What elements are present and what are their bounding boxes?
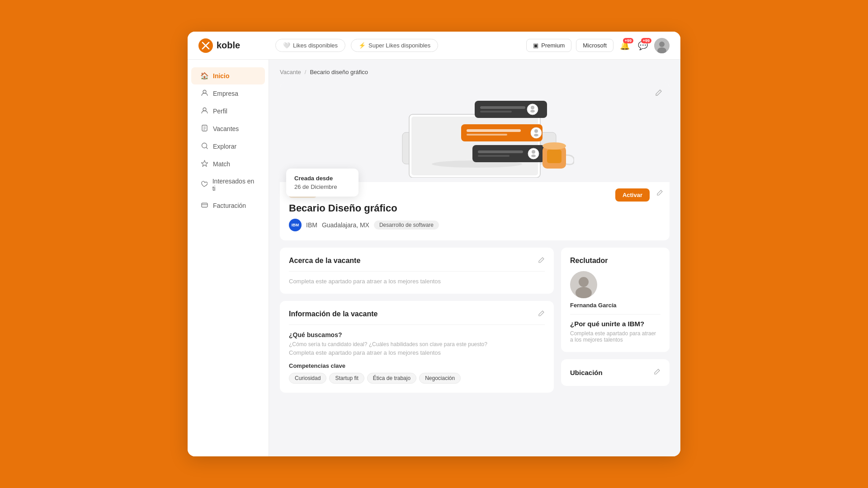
activate-button[interactable]: Activar <box>615 188 650 202</box>
sidebar: 🏠 Inicio Empresa Perfil Vacantes <box>188 60 269 456</box>
sidebar-item-vacantes[interactable]: Vacantes <box>191 120 265 137</box>
job-header-card: Creada desde 26 de Diciembre Inactiva Ac… <box>280 83 670 240</box>
location-edit-icon[interactable] <box>654 368 660 377</box>
svg-rect-18 <box>480 106 525 109</box>
home-icon: 🏠 <box>200 72 208 80</box>
sidebar-item-match[interactable]: Match <box>191 155 265 173</box>
bottom-layout: Acerca de la vacante Completa este apart… <box>280 248 670 400</box>
job-location: Guadalajara, MX <box>322 221 369 229</box>
recruiter-avatar <box>570 271 597 298</box>
match-icon <box>200 160 208 168</box>
svg-rect-34 <box>547 150 561 163</box>
sidebar-item-facturacion[interactable]: Facturación <box>191 197 265 214</box>
about-card: Acerca de la vacante Completa este apart… <box>280 248 554 294</box>
message-badge: +99 <box>641 38 651 43</box>
facturacion-icon <box>200 202 208 210</box>
location-title: Ubicación <box>570 369 603 376</box>
sidebar-label-facturacion: Facturación <box>213 202 246 209</box>
info-card-header: Información de la vacante <box>289 310 545 325</box>
svg-marker-8 <box>201 160 208 167</box>
tag-etica: Ética de trabajo <box>367 373 416 384</box>
job-edit-icon[interactable] <box>656 189 663 197</box>
page-content: Vacante / Becario diseño gráfico <box>269 60 680 456</box>
breadcrumb-parent[interactable]: Vacante <box>280 69 301 75</box>
about-card-title: Acerca de la vacante <box>289 257 360 265</box>
svg-rect-30 <box>478 150 523 153</box>
logo-text: koble <box>217 40 240 51</box>
sidebar-item-explorar[interactable]: Explorar <box>191 138 265 155</box>
svg-point-29 <box>531 155 536 157</box>
notifications-button[interactable]: 🔔 +99 <box>618 39 632 52</box>
sidebar-label-perfil: Perfil <box>213 108 227 115</box>
what-we-look-title: ¿Qué buscamos? <box>289 331 545 338</box>
hero-edit-icon[interactable] <box>655 89 662 98</box>
tooltip-label: Creada desde <box>294 175 350 182</box>
user-avatar[interactable] <box>654 38 670 53</box>
sidebar-item-perfil[interactable]: Perfil <box>191 103 265 120</box>
logo: koble <box>198 38 275 53</box>
sidebar-item-interesados[interactable]: Interesados en ti <box>191 173 265 197</box>
sidebar-label-interesados: Interesados en ti <box>212 178 256 192</box>
microsoft-label: Microsoft <box>583 42 607 49</box>
about-card-header: Acerca de la vacante <box>289 257 545 272</box>
tooltip-popup: Creada desde 26 de Diciembre <box>286 169 359 197</box>
svg-point-2 <box>659 42 665 47</box>
svg-point-23 <box>534 134 538 136</box>
recruiter-name: Fernanda García <box>570 302 660 309</box>
premium-label: Premium <box>541 42 565 49</box>
sidebar-label-empresa: Empresa <box>213 90 238 97</box>
recruiter-section-title: Reclutador <box>570 257 660 265</box>
left-column: Acerca de la vacante Completa este apart… <box>280 248 554 400</box>
sidebar-item-inicio[interactable]: 🏠 Inicio <box>191 67 265 84</box>
main-layout: 🏠 Inicio Empresa Perfil Vacantes <box>188 60 680 456</box>
messages-button[interactable]: 💬 +99 <box>636 39 650 52</box>
job-meta: IBM IBM Guadalajara, MX Desarrollo de so… <box>289 219 660 231</box>
svg-rect-20 <box>461 124 542 141</box>
lightning-icon: ⚡ <box>359 42 366 49</box>
likes-button[interactable]: 🤍 Likes disponibles <box>275 39 345 52</box>
info-edit-icon[interactable] <box>538 310 545 318</box>
svg-rect-31 <box>478 155 509 157</box>
header-right: ▣ Premium Microsoft 🔔 +99 💬 +99 <box>526 38 670 53</box>
empresa-icon <box>200 89 208 98</box>
super-likes-button[interactable]: ⚡ Super Likes disponibles <box>351 39 438 52</box>
why-join-title: ¿Por qué unirte a IBM? <box>570 320 660 328</box>
recruiter-card: Reclutador Fernanda García ¿Por qué unir… <box>561 248 670 352</box>
company-logo: IBM <box>289 219 302 231</box>
heart-nav-icon <box>200 181 208 189</box>
svg-point-17 <box>530 110 535 113</box>
tag-startup-fit: Startup fit <box>329 373 364 384</box>
sidebar-label-explorar: Explorar <box>213 143 236 150</box>
hero-illustration <box>280 83 670 182</box>
premium-icon: ▣ <box>533 42 538 49</box>
sidebar-label-match: Match <box>213 160 230 168</box>
app-header: koble 🤍 Likes disponibles ⚡ Super Likes … <box>188 32 680 60</box>
svg-rect-24 <box>467 129 521 132</box>
job-title: Becario Diseño gráfico <box>289 202 660 214</box>
svg-point-37 <box>576 287 592 298</box>
competencias-label: Competencias clave <box>289 362 545 369</box>
microsoft-button[interactable]: Microsoft <box>576 39 613 52</box>
job-category: Desarrollo de software <box>374 221 439 230</box>
sidebar-label-vacantes: Vacantes <box>213 125 239 132</box>
svg-rect-19 <box>480 111 512 113</box>
premium-button[interactable]: ▣ Premium <box>526 39 571 52</box>
about-placeholder: Completa este apartado para atraer a los… <box>289 278 545 285</box>
right-column: Reclutador Fernanda García ¿Por qué unir… <box>561 248 670 400</box>
svg-point-22 <box>534 129 538 133</box>
breadcrumb: Vacante / Becario diseño gráfico <box>280 69 670 75</box>
company-name: IBM <box>306 221 317 229</box>
location-header: Ubicación <box>570 368 660 377</box>
about-edit-icon[interactable] <box>538 257 545 265</box>
explorar-icon <box>200 142 208 150</box>
perfil-icon <box>200 107 208 115</box>
why-join-placeholder: Completa este apartado para atraer a los… <box>570 330 660 343</box>
vacantes-icon <box>200 125 208 133</box>
heart-icon: 🤍 <box>283 42 290 49</box>
svg-point-16 <box>531 106 534 109</box>
breadcrumb-current: Becario diseño gráfico <box>310 69 368 75</box>
notification-badge: +99 <box>623 38 633 43</box>
svg-rect-25 <box>467 134 507 136</box>
svg-point-33 <box>542 142 566 150</box>
sidebar-item-empresa[interactable]: Empresa <box>191 85 265 102</box>
